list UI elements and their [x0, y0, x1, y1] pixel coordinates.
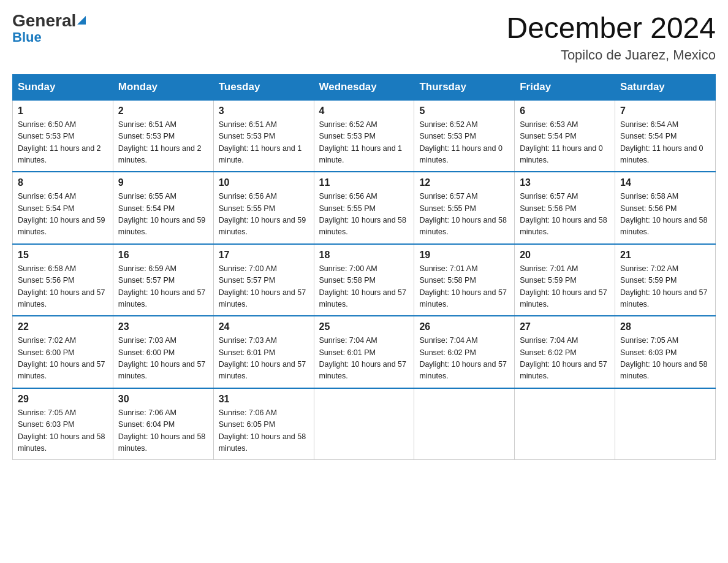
calendar-week-row: 22Sunrise: 7:02 AMSunset: 6:00 PMDayligh…	[13, 316, 716, 388]
calendar-table: Sunday Monday Tuesday Wednesday Thursday…	[12, 74, 716, 461]
day-info: Sunrise: 6:56 AMSunset: 5:55 PMDaylight:…	[219, 191, 309, 239]
day-info: Sunrise: 6:54 AMSunset: 5:54 PMDaylight:…	[620, 119, 710, 167]
day-number: 20	[520, 250, 610, 261]
day-number: 22	[18, 321, 108, 332]
table-row: 25Sunrise: 7:04 AMSunset: 6:01 PMDayligh…	[314, 316, 414, 388]
day-info: Sunrise: 6:50 AMSunset: 5:53 PMDaylight:…	[18, 119, 108, 167]
day-info: Sunrise: 6:55 AMSunset: 5:54 PMDaylight:…	[118, 191, 208, 239]
col-sunday: Sunday	[13, 74, 113, 100]
day-number: 2	[118, 105, 208, 117]
day-number: 1	[18, 105, 108, 117]
table-row: 8Sunrise: 6:54 AMSunset: 5:54 PMDaylight…	[13, 172, 113, 244]
table-row: 18Sunrise: 7:00 AMSunset: 5:58 PMDayligh…	[314, 244, 414, 316]
calendar-week-row: 15Sunrise: 6:58 AMSunset: 5:56 PMDayligh…	[13, 244, 716, 316]
day-info: Sunrise: 6:57 AMSunset: 5:56 PMDaylight:…	[520, 191, 610, 239]
day-info: Sunrise: 7:03 AMSunset: 6:00 PMDaylight:…	[118, 335, 208, 383]
day-info: Sunrise: 7:01 AMSunset: 5:59 PMDaylight:…	[520, 263, 610, 311]
logo-blue: Blue	[12, 31, 42, 44]
table-row: 29Sunrise: 7:05 AMSunset: 6:03 PMDayligh…	[13, 388, 113, 460]
table-row: 15Sunrise: 6:58 AMSunset: 5:56 PMDayligh…	[13, 244, 113, 316]
day-number: 27	[520, 321, 610, 332]
day-info: Sunrise: 6:51 AMSunset: 5:53 PMDaylight:…	[118, 119, 208, 167]
col-saturday: Saturday	[615, 74, 716, 100]
day-number: 16	[118, 250, 208, 261]
day-info: Sunrise: 7:02 AMSunset: 5:59 PMDaylight:…	[620, 263, 710, 311]
day-info: Sunrise: 6:59 AMSunset: 5:57 PMDaylight:…	[118, 263, 208, 311]
day-info: Sunrise: 6:53 AMSunset: 5:54 PMDaylight:…	[520, 119, 610, 167]
day-number: 21	[620, 250, 710, 261]
logo-general: General	[12, 12, 86, 29]
day-info: Sunrise: 7:04 AMSunset: 6:01 PMDaylight:…	[319, 335, 409, 383]
table-row: 16Sunrise: 6:59 AMSunset: 5:57 PMDayligh…	[113, 244, 213, 316]
day-info: Sunrise: 7:01 AMSunset: 5:58 PMDaylight:…	[419, 263, 509, 311]
table-row: 17Sunrise: 7:00 AMSunset: 5:57 PMDayligh…	[213, 244, 314, 316]
day-info: Sunrise: 6:57 AMSunset: 5:55 PMDaylight:…	[419, 191, 509, 239]
day-info: Sunrise: 7:05 AMSunset: 6:03 PMDaylight:…	[620, 335, 710, 383]
table-row	[314, 388, 414, 460]
page-header: General Blue December 2024 Topilco de Ju…	[12, 12, 716, 63]
day-info: Sunrise: 7:03 AMSunset: 6:01 PMDaylight:…	[219, 335, 309, 383]
table-row: 7Sunrise: 6:54 AMSunset: 5:54 PMDaylight…	[615, 100, 716, 172]
day-number: 30	[118, 394, 208, 405]
col-wednesday: Wednesday	[314, 74, 414, 100]
day-number: 15	[18, 250, 108, 261]
logo-arrow-icon	[77, 16, 86, 25]
day-number: 14	[620, 177, 710, 188]
day-number: 3	[219, 105, 309, 117]
day-number: 23	[118, 321, 208, 332]
day-info: Sunrise: 7:06 AMSunset: 6:05 PMDaylight:…	[219, 407, 309, 455]
day-number: 31	[219, 394, 309, 405]
table-row: 21Sunrise: 7:02 AMSunset: 5:59 PMDayligh…	[615, 244, 716, 316]
table-row	[615, 388, 716, 460]
table-row: 11Sunrise: 6:56 AMSunset: 5:55 PMDayligh…	[314, 172, 414, 244]
day-number: 4	[319, 105, 409, 117]
table-row: 3Sunrise: 6:51 AMSunset: 5:53 PMDaylight…	[213, 100, 314, 172]
day-info: Sunrise: 7:04 AMSunset: 6:02 PMDaylight:…	[520, 335, 610, 383]
table-row: 9Sunrise: 6:55 AMSunset: 5:54 PMDaylight…	[113, 172, 213, 244]
day-number: 28	[620, 321, 710, 332]
day-number: 17	[219, 250, 309, 261]
table-row: 5Sunrise: 6:52 AMSunset: 5:53 PMDaylight…	[414, 100, 515, 172]
table-row: 2Sunrise: 6:51 AMSunset: 5:53 PMDaylight…	[113, 100, 213, 172]
day-number: 12	[419, 177, 509, 188]
table-row	[414, 388, 515, 460]
day-info: Sunrise: 6:58 AMSunset: 5:56 PMDaylight:…	[18, 263, 108, 311]
table-row: 27Sunrise: 7:04 AMSunset: 6:02 PMDayligh…	[515, 316, 615, 388]
day-number: 29	[18, 394, 108, 405]
table-row	[515, 388, 615, 460]
day-info: Sunrise: 6:52 AMSunset: 5:53 PMDaylight:…	[319, 119, 409, 167]
calendar-week-row: 8Sunrise: 6:54 AMSunset: 5:54 PMDaylight…	[13, 172, 716, 244]
title-section: December 2024 Topilco de Juarez, Mexico	[506, 12, 716, 63]
table-row: 6Sunrise: 6:53 AMSunset: 5:54 PMDaylight…	[515, 100, 615, 172]
calendar-week-row: 1Sunrise: 6:50 AMSunset: 5:53 PMDaylight…	[13, 100, 716, 172]
month-title: December 2024	[506, 12, 716, 45]
table-row: 20Sunrise: 7:01 AMSunset: 5:59 PMDayligh…	[515, 244, 615, 316]
day-number: 24	[219, 321, 309, 332]
day-number: 6	[520, 105, 610, 117]
table-row: 19Sunrise: 7:01 AMSunset: 5:58 PMDayligh…	[414, 244, 515, 316]
day-number: 10	[219, 177, 309, 188]
day-info: Sunrise: 7:05 AMSunset: 6:03 PMDaylight:…	[18, 407, 108, 455]
day-number: 11	[319, 177, 409, 188]
table-row: 23Sunrise: 7:03 AMSunset: 6:00 PMDayligh…	[113, 316, 213, 388]
table-row: 22Sunrise: 7:02 AMSunset: 6:00 PMDayligh…	[13, 316, 113, 388]
table-row: 12Sunrise: 6:57 AMSunset: 5:55 PMDayligh…	[414, 172, 515, 244]
day-info: Sunrise: 6:56 AMSunset: 5:55 PMDaylight:…	[319, 191, 409, 239]
day-info: Sunrise: 7:02 AMSunset: 6:00 PMDaylight:…	[18, 335, 108, 383]
day-info: Sunrise: 6:51 AMSunset: 5:53 PMDaylight:…	[219, 119, 309, 167]
day-number: 25	[319, 321, 409, 332]
table-row: 30Sunrise: 7:06 AMSunset: 6:04 PMDayligh…	[113, 388, 213, 460]
day-number: 13	[520, 177, 610, 188]
table-row: 13Sunrise: 6:57 AMSunset: 5:56 PMDayligh…	[515, 172, 615, 244]
day-info: Sunrise: 7:06 AMSunset: 6:04 PMDaylight:…	[118, 407, 208, 455]
col-friday: Friday	[515, 74, 615, 100]
table-row: 1Sunrise: 6:50 AMSunset: 5:53 PMDaylight…	[13, 100, 113, 172]
day-number: 26	[419, 321, 509, 332]
col-thursday: Thursday	[414, 74, 515, 100]
day-number: 8	[18, 177, 108, 188]
day-info: Sunrise: 6:54 AMSunset: 5:54 PMDaylight:…	[18, 191, 108, 239]
calendar-week-row: 29Sunrise: 7:05 AMSunset: 6:03 PMDayligh…	[13, 388, 716, 460]
table-row: 24Sunrise: 7:03 AMSunset: 6:01 PMDayligh…	[213, 316, 314, 388]
table-row: 14Sunrise: 6:58 AMSunset: 5:56 PMDayligh…	[615, 172, 716, 244]
table-row: 10Sunrise: 6:56 AMSunset: 5:55 PMDayligh…	[213, 172, 314, 244]
